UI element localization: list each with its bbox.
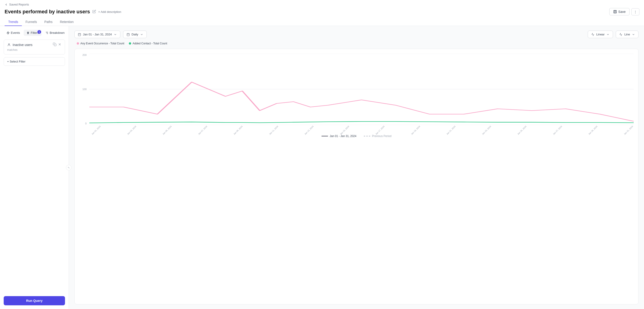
chart-type-dropdown[interactable]: Line xyxy=(616,31,638,38)
filter-card-header: Inactive users xyxy=(7,43,62,47)
header-actions: Save ⋮ xyxy=(609,8,640,16)
scale-dropdown[interactable]: Linear xyxy=(588,31,613,38)
filter-card-actions xyxy=(53,43,62,47)
svg-rect-12 xyxy=(54,44,56,46)
chart-wrap: 200 100 0 xyxy=(79,54,634,132)
legend-line-previous xyxy=(364,136,370,136)
add-description-button[interactable]: + Add description xyxy=(98,10,121,14)
title-row: Events performed by inactive users + Add… xyxy=(4,8,640,16)
page-title: Events performed by inactive users xyxy=(4,9,90,15)
title-left: Events performed by inactive users + Add… xyxy=(4,9,121,15)
tab-retention[interactable]: Retention xyxy=(56,18,78,26)
tab-paths[interactable]: Paths xyxy=(41,18,56,26)
save-button[interactable]: Save xyxy=(609,8,630,16)
svg-point-3 xyxy=(28,32,29,33)
panel-tab-filters[interactable]: Filters 1 xyxy=(24,30,42,36)
panel-tab-events[interactable]: Events xyxy=(4,30,23,36)
more-options-button[interactable]: ⋮ xyxy=(631,8,640,16)
main-tabs: Trends Funnels Paths Retention xyxy=(4,18,640,26)
left-panel: Events Filters 1 Breakdown xyxy=(0,26,69,309)
bottom-legend-current: Jan 01 - Jan 31, 2024 xyxy=(322,135,356,138)
svg-rect-18 xyxy=(78,33,81,36)
svg-rect-22 xyxy=(127,33,130,36)
bottom-legend: Jan 01 - Jan 31, 2024 Previous Period xyxy=(79,135,634,138)
legend-item-0: Any Event Occurrence - Total Count xyxy=(77,42,124,45)
run-query-button[interactable]: Run Query xyxy=(4,296,65,305)
legend-item-1: Added Contact - Total Count xyxy=(129,42,167,45)
tab-trends[interactable]: Trends xyxy=(4,18,22,26)
svg-marker-1 xyxy=(7,32,10,34)
filter-card-title: Inactive users xyxy=(7,43,32,47)
filter-matches: matches xyxy=(7,48,62,52)
chart-controls: Jan 01 - Jan 31, 2024 Daily xyxy=(74,31,638,38)
date-range-dropdown[interactable]: Jan 01 - Jan 31, 2024 xyxy=(74,31,120,38)
filters-badge: 1 xyxy=(38,30,41,34)
legend-dot-0 xyxy=(77,42,79,45)
chart-legend: Any Event Occurrence - Total Count Added… xyxy=(74,42,638,45)
legend-dot-1 xyxy=(129,42,131,45)
tab-funnels[interactable]: Funnels xyxy=(22,18,41,26)
copy-filter-icon[interactable] xyxy=(53,43,56,47)
bottom-legend-previous: Previous Period xyxy=(364,135,392,138)
chart-svg-area xyxy=(89,54,634,125)
edit-icon[interactable] xyxy=(92,10,96,14)
chart-svg xyxy=(89,54,634,125)
svg-point-4 xyxy=(28,33,28,34)
right-panel: Jan 01 - Jan 31, 2024 Daily xyxy=(69,26,644,309)
x-axis: Jan 01, 2024 Jan 03, 2024 Jan 05, 2024 J… xyxy=(89,125,634,132)
svg-point-11 xyxy=(8,44,10,45)
close-filter-icon[interactable] xyxy=(58,43,62,47)
svg-point-2 xyxy=(27,32,28,33)
interval-dropdown[interactable]: Daily xyxy=(123,31,147,38)
chart-container: 200 100 0 xyxy=(74,49,638,304)
breadcrumb[interactable]: Saved Reports xyxy=(4,3,640,6)
filter-card: Inactive users xyxy=(4,40,65,55)
legend-line-current xyxy=(322,136,328,136)
page: Saved Reports Events performed by inacti… xyxy=(0,0,644,309)
resize-handle[interactable] xyxy=(66,165,72,170)
main-content: Events Filters 1 Breakdown xyxy=(0,26,644,309)
panel-tab-breakdown[interactable]: Breakdown xyxy=(42,30,67,36)
header: Saved Reports Events performed by inacti… xyxy=(0,0,644,26)
select-filter-button[interactable]: + Select Filter xyxy=(4,57,65,66)
panel-tabs: Events Filters 1 Breakdown xyxy=(4,30,65,36)
y-axis: 200 100 0 xyxy=(79,54,88,125)
